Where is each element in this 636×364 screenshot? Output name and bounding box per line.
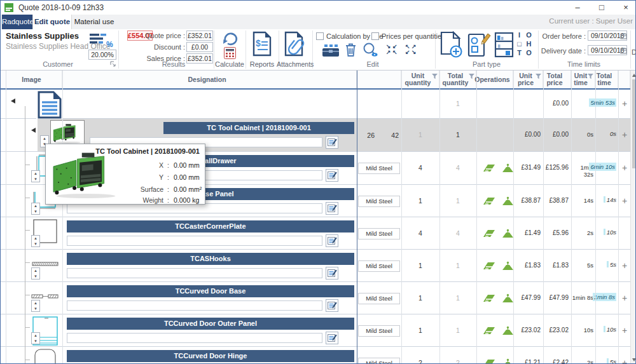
unit-quantity-cell[interactable]: 1 bbox=[401, 294, 439, 302]
calculation-by-line-checkbox[interactable] bbox=[316, 32, 324, 40]
discount-percent-field[interactable]: 20.00% bbox=[88, 50, 116, 60]
vertical-scrollbar[interactable] bbox=[630, 71, 636, 364]
calculate-button[interactable]: Calculate bbox=[214, 60, 245, 68]
cutting-operation-icon[interactable] bbox=[482, 293, 496, 306]
table-row[interactable]: ▲▼TCCasterCornerPlateMild Steel 2mm44£1.… bbox=[1, 217, 630, 250]
table-row[interactable]: ▲▼TCCurved Door Outer PanelMild Steel 2m… bbox=[1, 314, 630, 347]
scroll-down-arrow-icon[interactable] bbox=[632, 358, 636, 361]
add-line-button[interactable]: + bbox=[619, 325, 630, 335]
discount-field[interactable]: £0.00 bbox=[186, 42, 213, 52]
unit-quantity-cell[interactable]: 2 bbox=[401, 359, 439, 364]
material-selector[interactable]: Mild Steel 2mm bbox=[358, 260, 400, 272]
stock-shelf-icon[interactable] bbox=[494, 32, 514, 59]
designation-banner[interactable]: TCCurved Door Base bbox=[67, 285, 354, 297]
column-header-unit_quantity[interactable]: Unit quantity bbox=[401, 71, 439, 88]
attachments-button[interactable]: Attachments bbox=[277, 60, 312, 68]
bending-operation-icon[interactable] bbox=[501, 229, 515, 241]
filter-funnel-icon[interactable] bbox=[536, 74, 541, 81]
add-line-button[interactable]: + bbox=[619, 163, 630, 173]
maximize-button[interactable]: □ bbox=[597, 3, 606, 12]
edit-note-button[interactable] bbox=[326, 202, 338, 215]
row-quantity-spinner[interactable]: ▲▼ bbox=[31, 332, 40, 344]
customer-dialog-launcher-icon[interactable] bbox=[110, 61, 116, 69]
edit-note-button[interactable] bbox=[326, 267, 338, 280]
material-selector[interactable]: Mild Steel 2mm bbox=[358, 325, 400, 337]
material-selector[interactable]: Mild Steel 2mm bbox=[358, 163, 400, 174]
material-selector[interactable]: Mild Steel 2mm bbox=[358, 358, 400, 364]
scroll-up-arrow-icon[interactable] bbox=[632, 74, 636, 77]
add-line-button[interactable]: + bbox=[619, 293, 630, 303]
designation-comment-input[interactable] bbox=[67, 236, 322, 246]
column-header-total_quantity[interactable]: Total quantity bbox=[439, 71, 476, 88]
add-line-button[interactable]: + bbox=[619, 196, 630, 206]
assembly-row-expander-icon[interactable] bbox=[31, 128, 36, 133]
tab-edit-quote[interactable]: Edit quote bbox=[32, 15, 72, 29]
edit-note-button[interactable] bbox=[326, 136, 338, 149]
column-header-image[interactable]: Image bbox=[6, 71, 62, 88]
designation-banner[interactable]: TC Tool Cabinet | 20181009-001 bbox=[163, 122, 354, 134]
row-quantity-spinner[interactable]: ▲▼ bbox=[31, 235, 40, 247]
designation-banner[interactable]: TCCasterCornerPlate bbox=[67, 220, 354, 233]
search-preview-icon[interactable] bbox=[362, 42, 379, 59]
collapse-all-icon[interactable]: ↘↙ ↗↖ bbox=[386, 44, 399, 55]
edit-note-button[interactable] bbox=[326, 299, 338, 312]
filter-funnel-icon[interactable] bbox=[588, 74, 593, 81]
unit-quantity-cell[interactable]: 1 bbox=[401, 262, 439, 269]
bending-operation-icon[interactable] bbox=[501, 293, 515, 306]
close-button[interactable]: × bbox=[621, 3, 630, 12]
unit-quantity-cell[interactable]: 4 bbox=[401, 164, 439, 172]
designation-comment-input[interactable] bbox=[67, 300, 322, 311]
column-header-material[interactable] bbox=[357, 71, 401, 88]
quote-price-field[interactable]: £352.01 bbox=[186, 30, 213, 41]
column-header-unit_time[interactable]: Unit time bbox=[571, 71, 595, 88]
assembly-thumbnail[interactable] bbox=[50, 120, 85, 147]
edit-note-button[interactable] bbox=[326, 332, 338, 344]
column-header-total_price[interactable]: Total price bbox=[543, 71, 571, 88]
reports-button[interactable]: Reports bbox=[247, 60, 277, 68]
calendar-icon[interactable] bbox=[620, 32, 627, 41]
column-header-add[interactable] bbox=[618, 71, 630, 88]
cutting-operation-icon[interactable] bbox=[482, 358, 496, 364]
bending-operation-icon[interactable] bbox=[501, 196, 515, 208]
cutting-operation-icon[interactable] bbox=[482, 261, 496, 273]
bending-operation-icon[interactable] bbox=[501, 326, 515, 338]
part-thumbnail[interactable]: 90 bbox=[30, 349, 60, 364]
unit-quantity-cell[interactable]: 1 bbox=[401, 131, 439, 138]
filter-funnel-icon[interactable] bbox=[432, 74, 438, 81]
row-quantity-spinner[interactable]: ▲▼ bbox=[31, 203, 40, 215]
tab-material-use[interactable]: Material use bbox=[72, 15, 116, 29]
column-header-operations[interactable]: Operations bbox=[476, 71, 513, 88]
unit-quantity-cell[interactable]: 1 bbox=[401, 197, 439, 205]
add-part-icon[interactable] bbox=[439, 31, 463, 60]
cutting-operation-icon[interactable] bbox=[482, 163, 496, 175]
add-line-button[interactable]: + bbox=[619, 260, 630, 271]
column-header-unit_price[interactable]: Unit price bbox=[513, 71, 543, 88]
filter-funnel-icon[interactable] bbox=[469, 74, 474, 81]
cutting-operation-icon[interactable] bbox=[482, 196, 496, 208]
material-selector[interactable]: Mild Steel 2mm bbox=[358, 293, 400, 304]
scrollbar-thumb[interactable] bbox=[632, 79, 636, 168]
add-line-button[interactable]: + bbox=[619, 98, 630, 109]
expand-all-icon[interactable]: ↖↗ ↙↘ bbox=[405, 44, 418, 55]
designation-banner[interactable]: TCASHooks bbox=[67, 253, 354, 265]
bending-operation-icon[interactable] bbox=[501, 163, 515, 175]
table-row[interactable]: ▲▼TCASHooksMild Steel 2mm11£1.83£1.835s5… bbox=[1, 250, 630, 282]
row-quantity-spinner[interactable]: ▲▼ bbox=[31, 170, 40, 182]
add-line-button[interactable]: + bbox=[619, 130, 630, 140]
profile-types-icon[interactable]: IO □H TO bbox=[515, 31, 536, 57]
unit-quantity-cell[interactable]: 1 bbox=[401, 327, 439, 334]
trash-icon[interactable] bbox=[345, 43, 357, 58]
tab-radquote[interactable]: Radquote bbox=[2, 15, 32, 29]
prices-per-quantities-checkbox[interactable] bbox=[371, 32, 379, 40]
row-quantity-spinner[interactable]: ▲▼ bbox=[31, 300, 40, 312]
material-selector[interactable]: Mild Steel 2mm bbox=[358, 196, 400, 207]
attachments-icon[interactable] bbox=[284, 31, 306, 58]
column-header-designation[interactable]: Designation bbox=[62, 71, 357, 88]
calculator-icon[interactable] bbox=[224, 47, 236, 60]
edit-note-button[interactable] bbox=[326, 234, 338, 247]
column-header-total_time[interactable]: Total time bbox=[595, 71, 618, 88]
designation-comment-input[interactable] bbox=[67, 333, 322, 343]
add-line-button[interactable]: + bbox=[619, 358, 630, 364]
bending-operation-icon[interactable] bbox=[501, 261, 515, 273]
calendar-icon[interactable] bbox=[620, 47, 627, 55]
